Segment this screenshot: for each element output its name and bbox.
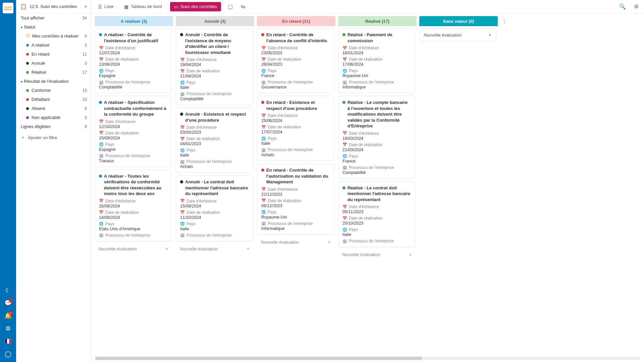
globe-icon: 🌐 [261,210,266,214]
column-header[interactable]: Sans valeur (0) [419,16,498,26]
filter-group-header[interactable]: ▾Résultat de l'évaluation [16,77,91,86]
status-dot [261,33,264,36]
column-body: A réaliser - Contrôle de l'existence d'u… [95,28,173,241]
card-title: En retard - Contrôle de l'autorisation o… [266,167,330,185]
column-header[interactable]: Annulé (3) [176,16,254,26]
process: Achats [180,164,249,169]
due-date: 22/12/2023 [261,192,330,197]
process-icon: 🏢 [180,92,185,96]
kanban-card[interactable]: A réaliser - Toutes les vérifications de… [95,170,172,241]
due-date: 05/11/2023 [342,209,411,214]
show-all-filter[interactable]: Tout afficher 34 [16,13,91,22]
kanban-card[interactable]: Réalisé - Paiement de commission📅Date d'… [338,28,415,93]
gear-icon[interactable]: ⚙ [633,2,640,11]
kanban-card[interactable]: En retard - Existence et respect d'une p… [257,96,334,161]
status-dot [26,89,29,92]
dashboard-view-tab[interactable]: ▦Tableau de bord [121,3,164,11]
user-icon[interactable]: ◯ [3,349,13,359]
kanban-card[interactable]: En retard - Contrôle de l'absence de con… [257,28,334,93]
globe-icon: 🌐 [180,148,185,153]
add-filter-button[interactable]: ＋ Ajouter un filtre [16,131,91,144]
filter-item[interactable]: Mes contrôles à réaliser0 [16,32,91,41]
kanban-card[interactable]: A réaliser - Contrôle de l'existence d'u… [95,28,172,93]
due-date: 03/03/2023 [180,130,249,135]
link-icon[interactable]: ⇆ [239,2,247,11]
new-evaluation-button[interactable]: Nouvelle évaluation＋ [419,28,496,42]
process-icon: 🏢 [261,221,266,226]
new-evaluation-button[interactable]: Nouvelle évaluation＋ [257,235,335,249]
done-date: 15/09/2024 [99,136,167,140]
due-date: 12/10/2024 [99,124,167,129]
kanban-card[interactable]: Annulé - Contrôle de l'existence de moye… [176,28,253,105]
filter-item[interactable]: Annulé3 [16,59,91,68]
kanban-view-tab[interactable]: ▭Suivi des contrôles [170,2,221,11]
status-dot [26,62,29,65]
bell-icon[interactable]: 🔔1 [3,310,13,321]
plus-icon: ＋ [408,252,413,258]
kanban-card[interactable]: Annulé - Existence et respect d'une proc… [176,108,253,173]
country: Italie [180,153,249,158]
country: Italie [180,227,249,231]
process-icon: 🏢 [261,80,266,84]
globe-icon: 🌐 [261,136,266,141]
calendar-icon: 📅 [342,216,347,221]
filter-sidebar: 📋 12.5. Suivi des contrôles ▾ Tout affic… [16,0,91,362]
calendar-icon: 📅 [342,46,347,50]
page-selector[interactable]: 📋 12.5. Suivi des contrôles ▾ [16,0,91,13]
list-icon: ☰ [98,4,102,9]
search-icon[interactable]: 🔍 [618,2,627,11]
globe-icon: 🌐 [99,69,104,73]
process-icon: 🏢 [180,160,185,164]
kanban-card[interactable]: Réalisé - Le compte bancaire à l'ouvertu… [338,96,415,179]
new-evaluation-button[interactable]: Nouvelle évaluation＋ [338,247,417,262]
filter-item[interactable]: A réaliser3 [16,41,91,50]
list-view-tab[interactable]: ☰Liste [95,3,116,11]
locale-icon[interactable] [3,336,13,347]
filter-group-header[interactable]: ▾Statut [16,22,91,32]
column-menu-icon[interactable]: ⋮ [500,16,508,355]
kanban-card[interactable]: A réaliser - Spécification contractuelle… [95,96,172,167]
horizontal-scrollbar[interactable] [95,357,640,360]
done-date: 11/10/2024 [180,215,249,220]
eligible-lines[interactable]: Lignes éligibles 9 [16,122,91,131]
column-body: Nouvelle évaluation＋ [419,28,498,44]
status-dot [99,101,102,104]
done-date: 17/07/2024 [261,130,330,134]
filter-item[interactable]: En retard11 [16,50,91,59]
due-date: 16/01/2024 [342,51,411,55]
status-dot [342,101,345,104]
due-date: 12/07/2024 [99,51,167,55]
kanban-column: A réaliser (3)A réaliser - Contrôle de l… [95,16,173,256]
status-dot [261,101,264,104]
filter-item[interactable]: Réalisé17 [16,68,91,77]
new-evaluation-button[interactable]: Nouvelle évaluation＋ [95,241,173,256]
chevron-down-icon: ▾ [21,80,22,83]
filter-item[interactable]: Absent6 [16,104,91,113]
filter-item[interactable]: Non applicable3 [16,113,91,122]
card-title: A réaliser - Contrôle de l'existence d'u… [104,32,167,44]
column-header[interactable]: En retard (11) [257,16,335,26]
kanban-card[interactable]: En retard - Contrôle de l'autorisation o… [257,164,334,235]
theme-icon[interactable]: ☾ [3,285,13,296]
due-date: 25/06/2024 [261,118,330,123]
kanban-card[interactable]: Réalisé - Le contrat doit mentionner l'a… [338,181,415,247]
globe-icon: 🌐 [342,154,347,158]
done-date: 08/12/2023 [261,203,330,208]
calendar-icon: 📅 [261,114,266,118]
filter-item[interactable]: Conforme15 [16,86,91,95]
new-evaluation-button[interactable]: Nouvelle évaluation＋ [176,241,254,256]
country: Etats Unis d'Amérique [99,227,167,231]
column-header[interactable]: Réalisé (17) [338,16,417,26]
present-icon[interactable]: ▢ [226,2,234,11]
kanban-card[interactable]: Annulé - Le contrat doit mentionner l'ad… [176,175,253,241]
country: Espagne [99,147,167,152]
calendar-icon: 📅 [99,199,104,203]
chat-icon[interactable]: 💬 [3,298,13,308]
column-header[interactable]: A réaliser (3) [95,16,173,26]
filter-item[interactable]: Défaillant10 [16,95,91,104]
calendar-icon: 📅 [99,57,104,62]
chevron-down-icon: ▾ [21,25,22,29]
globe-icon: 🌐 [99,142,104,146]
settings-rail-icon[interactable]: ⚙ [3,323,13,334]
calendar-icon: 📅 [261,187,266,191]
